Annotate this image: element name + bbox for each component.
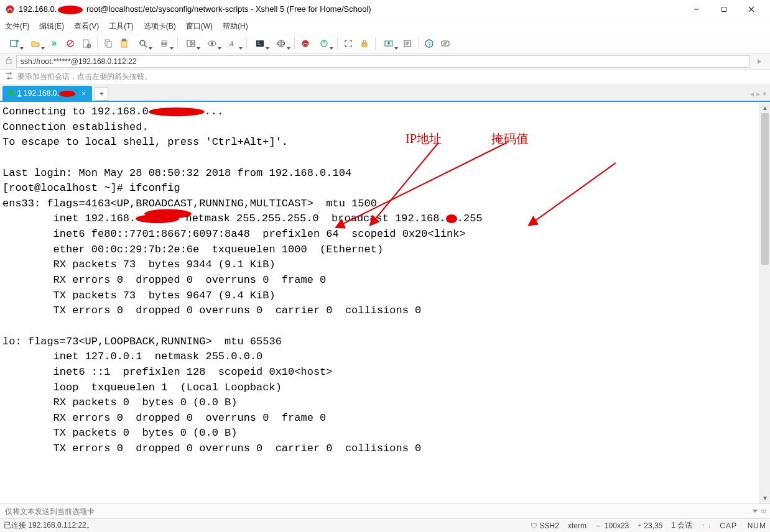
svg-point-26 (211, 42, 213, 45)
compose-bar (0, 503, 770, 518)
tab-label: 1 192.168.0. (17, 89, 75, 98)
svg-rect-23 (192, 40, 195, 43)
vertical-scrollbar[interactable]: ▴ ▾ (759, 102, 770, 503)
status-protocol: 🛡SSH2 (531, 521, 559, 530)
go-arrow-icon[interactable] (754, 56, 765, 67)
layout-button[interactable] (180, 35, 202, 52)
scroll-track[interactable] (760, 113, 770, 492)
terminal-area: Connecting to 192.168.0... Connection es… (0, 102, 770, 503)
toolbar: A ? (0, 34, 770, 53)
status-sessions: 1 会话 (671, 520, 692, 531)
font-button[interactable]: A (223, 35, 244, 52)
close-button[interactable] (738, 1, 765, 18)
scroll-thumb[interactable] (761, 113, 769, 265)
menu-tools[interactable]: 工具(T) (109, 21, 133, 32)
menu-window[interactable]: 窗口(W) (186, 21, 213, 32)
redacted-connect-host (149, 108, 205, 116)
svg-rect-10 (83, 40, 88, 47)
svg-point-0 (6, 6, 14, 14)
status-traffic-icon: ↑↓ (701, 521, 711, 530)
svg-rect-5 (11, 40, 17, 47)
menu-bar: 文件(F) 编辑(E) 查看(V) 工具(T) 选项卡(B) 窗口(W) 帮助(… (0, 19, 770, 34)
add-session-arrow-icon[interactable] (5, 71, 14, 82)
fullscreen-button[interactable] (340, 35, 356, 52)
print-button[interactable] (154, 35, 175, 52)
svg-rect-20 (162, 40, 166, 43)
reconnect-button[interactable] (46, 35, 62, 52)
menu-view[interactable]: 查看(V) (74, 21, 99, 32)
svg-rect-30 (257, 44, 261, 45)
open-session-button[interactable] (25, 35, 46, 52)
status-dot-icon (9, 91, 14, 96)
transfer-button[interactable] (378, 35, 399, 52)
svg-rect-22 (187, 40, 190, 47)
new-session-button[interactable] (4, 35, 25, 52)
resize-grip-icon (760, 508, 768, 514)
maximize-button[interactable] (710, 1, 738, 18)
svg-point-12 (88, 45, 90, 47)
svg-rect-24 (192, 44, 195, 47)
svg-rect-14 (107, 42, 111, 47)
scroll-up-icon[interactable]: ▴ (760, 102, 770, 113)
svg-rect-29 (257, 42, 259, 43)
scroll-down-icon[interactable]: ▾ (760, 492, 770, 503)
svg-line-18 (144, 45, 147, 47)
new-tab-button[interactable]: + (95, 87, 108, 101)
send-mode-dropdown[interactable] (750, 510, 760, 513)
window-controls (683, 1, 765, 18)
tab-scroll-right-icon[interactable]: ▸ (756, 89, 760, 98)
shield-icon: 🛡 (531, 522, 537, 530)
copy-button[interactable] (100, 35, 116, 52)
tab-list-icon[interactable]: ▾ (763, 89, 766, 98)
svg-rect-45 (442, 41, 449, 46)
svg-rect-21 (162, 45, 166, 47)
script-button[interactable] (399, 35, 415, 52)
app-icon (5, 4, 15, 14)
status-capnum: CAP NUM (720, 521, 766, 530)
address-bar (0, 53, 770, 70)
ruler-icon: ↔ (595, 522, 602, 530)
terminal-output[interactable]: Connecting to 192.168.0... Connection es… (0, 102, 759, 459)
compose-input[interactable] (2, 506, 750, 517)
menu-edit[interactable]: 编辑(E) (39, 21, 64, 32)
svg-line-9 (68, 42, 72, 45)
redacted-inet (136, 214, 179, 223)
properties-button[interactable] (78, 35, 95, 52)
disconnect-button[interactable] (62, 35, 78, 52)
compose-button[interactable] (437, 35, 453, 52)
address-input[interactable] (16, 55, 750, 68)
status-term: xterm (568, 521, 587, 530)
lock-button[interactable] (356, 35, 373, 52)
xagent-button[interactable] (297, 35, 313, 52)
minimize-button[interactable] (683, 1, 710, 18)
traffic-down-icon: ↓ (707, 521, 711, 530)
color-scheme-button[interactable] (249, 35, 271, 52)
status-bar: 已连接 192.168.0.112:22。 🛡SSH2 xterm ↔100x2… (0, 518, 770, 532)
find-button[interactable] (132, 35, 154, 52)
menu-file[interactable]: 文件(F) (5, 21, 29, 32)
window-title-host-prefix: 192.168.0. (19, 4, 57, 14)
tab-scroll-left-icon[interactable]: ◂ (750, 89, 754, 98)
status-connected: 已连接 192.168.0.112:22。 (4, 520, 522, 531)
window-title-main: root@localhost:/etc/sysconfig/network-sc… (86, 4, 371, 14)
session-tab[interactable]: 1 192.168.0. × (2, 86, 92, 101)
view-button[interactable] (202, 35, 223, 52)
startup-button[interactable] (313, 35, 335, 52)
redacted-bcast (446, 214, 457, 223)
menu-help[interactable]: 帮助(H) (223, 21, 248, 32)
redacted-host (58, 6, 83, 14)
tab-strip-controls: ◂ ▸ ▾ (750, 89, 766, 98)
terminal[interactable]: Connecting to 192.168.0... Connection es… (0, 102, 759, 503)
menu-tabs[interactable]: 选项卡(B) (144, 21, 176, 32)
help-button[interactable]: ? (421, 35, 437, 52)
encoding-button[interactable] (271, 35, 292, 52)
svg-rect-37 (362, 43, 367, 47)
tab-close-icon[interactable]: × (81, 89, 86, 98)
svg-point-17 (140, 40, 145, 45)
svg-rect-15 (121, 40, 127, 47)
status-size: ↔100x23 (595, 521, 629, 530)
paste-button[interactable] (116, 35, 132, 52)
redacted-tab-host (59, 91, 75, 97)
hint-text: 要添加当前会话，点击左侧的箭头按钮。 (17, 71, 152, 82)
window-title: 192.168.0. root@localhost:/etc/sysconfig… (19, 4, 679, 14)
